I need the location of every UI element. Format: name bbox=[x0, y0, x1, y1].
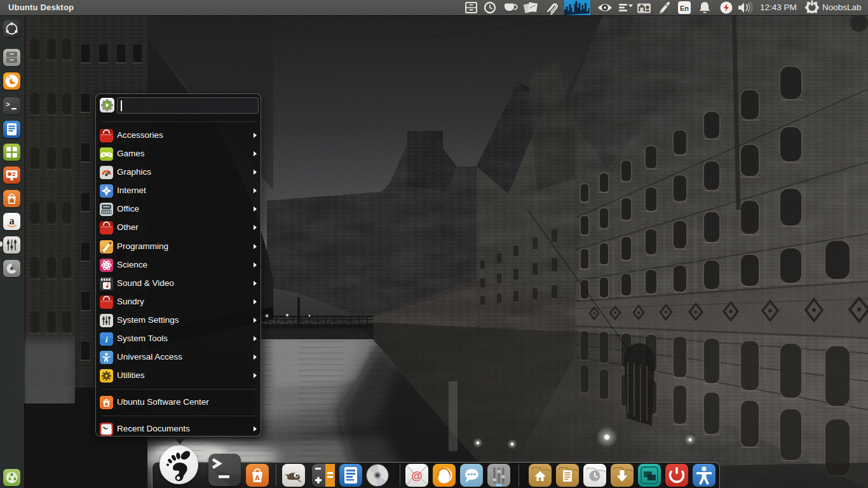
svg-text:@: @ bbox=[411, 470, 423, 482]
svg-text:a: a bbox=[10, 215, 15, 226]
svg-text:i: i bbox=[105, 335, 108, 344]
svg-text:>: > bbox=[6, 101, 10, 109]
svg-text:A: A bbox=[255, 474, 260, 482]
svg-text:En: En bbox=[680, 4, 689, 12]
